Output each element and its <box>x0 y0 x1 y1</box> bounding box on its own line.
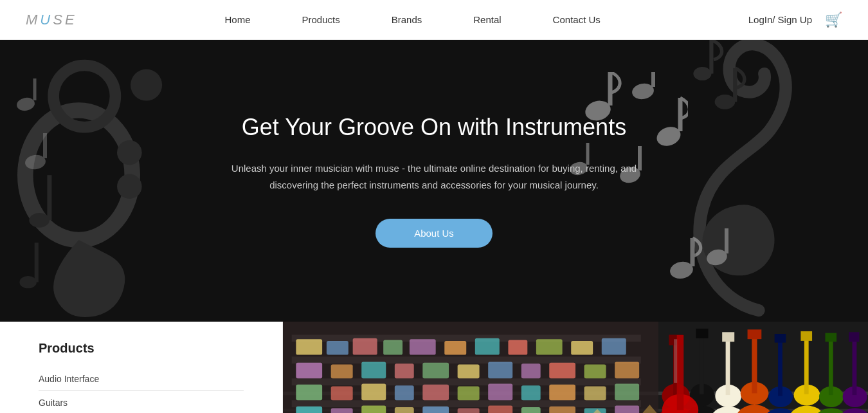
about-us-button[interactable]: About Us <box>375 219 493 248</box>
svg-rect-79 <box>353 338 377 355</box>
svg-rect-103 <box>422 385 449 400</box>
cart-icon[interactable]: 🛒 <box>825 12 842 28</box>
svg-rect-87 <box>602 338 626 355</box>
sidebar-item-guitars[interactable]: Guitars <box>39 391 244 413</box>
svg-rect-83 <box>475 338 500 355</box>
svg-rect-109 <box>615 383 639 400</box>
svg-rect-71 <box>677 335 684 410</box>
svg-point-29 <box>24 154 47 170</box>
svg-rect-120 <box>615 405 639 413</box>
svg-point-23 <box>669 260 694 280</box>
svg-point-2 <box>117 174 142 199</box>
navbar-right: LogIn/ Sign Up 🛒 <box>748 12 842 28</box>
svg-rect-113 <box>395 407 414 413</box>
svg-rect-82 <box>444 341 466 355</box>
svg-rect-94 <box>488 362 512 378</box>
notes-left-icon <box>13 78 51 207</box>
svg-rect-74 <box>292 356 641 363</box>
svg-rect-64 <box>825 333 836 342</box>
svg-point-7 <box>53 65 115 127</box>
svg-rect-96 <box>549 363 575 378</box>
svg-rect-116 <box>488 405 512 413</box>
svg-rect-118 <box>549 407 575 413</box>
svg-rect-60 <box>800 331 812 341</box>
treble-clef-icon <box>656 40 862 322</box>
svg-rect-93 <box>458 365 480 379</box>
guitars-display <box>283 322 868 413</box>
svg-rect-104 <box>458 387 480 401</box>
nav-rental[interactable]: Rental <box>473 14 501 25</box>
sidebar: Products Audio Interface Guitars <box>0 322 283 413</box>
svg-rect-102 <box>395 385 414 400</box>
svg-rect-56 <box>775 334 786 343</box>
svg-rect-106 <box>521 385 541 400</box>
svg-point-1 <box>117 140 142 165</box>
svg-rect-92 <box>422 363 449 378</box>
svg-rect-85 <box>536 339 563 354</box>
nav-brands[interactable]: Brands <box>392 14 422 25</box>
svg-rect-99 <box>296 385 322 400</box>
hero-title: Get Your Groove On with Instruments <box>209 114 659 141</box>
hero-banner: Get Your Groove On with Instruments Unle… <box>0 40 868 322</box>
svg-point-27 <box>15 96 35 113</box>
product-image-area <box>283 322 868 413</box>
svg-rect-90 <box>361 362 386 378</box>
svg-rect-81 <box>410 339 436 354</box>
svg-rect-97 <box>584 365 606 379</box>
login-button[interactable]: LogIn/ Sign Up <box>748 14 812 25</box>
svg-rect-111 <box>331 408 353 413</box>
svg-point-3 <box>29 213 50 228</box>
svg-rect-100 <box>331 387 353 401</box>
bottom-section: Products Audio Interface Guitars <box>0 322 868 413</box>
svg-rect-98 <box>615 362 639 378</box>
svg-rect-67 <box>853 336 857 395</box>
svg-rect-95 <box>521 363 541 378</box>
svg-rect-117 <box>521 407 541 413</box>
svg-rect-78 <box>327 341 348 355</box>
sidebar-title: Products <box>39 341 244 356</box>
nav-links: Home Products Brands Rental Contact Us <box>225 14 601 26</box>
notes-bottomright-icon <box>656 219 739 302</box>
svg-rect-75 <box>292 378 641 385</box>
svg-rect-47 <box>726 336 730 395</box>
svg-rect-86 <box>571 341 593 355</box>
svg-rect-110 <box>296 407 322 413</box>
svg-rect-76 <box>292 400 641 407</box>
bass-clef-icon <box>0 40 180 322</box>
svg-rect-101 <box>361 383 386 400</box>
brand-logo[interactable]: MUSE <box>26 12 77 28</box>
hero-content: Get Your Groove On with Instruments Unle… <box>209 114 659 248</box>
svg-rect-63 <box>829 337 833 395</box>
svg-point-9 <box>693 67 711 80</box>
svg-rect-115 <box>458 408 480 413</box>
svg-rect-91 <box>395 363 414 378</box>
svg-rect-77 <box>296 339 322 354</box>
svg-rect-48 <box>722 332 734 342</box>
svg-rect-80 <box>383 340 402 355</box>
navbar: MUSE Home Products Brands Rental Contact… <box>0 0 868 40</box>
svg-point-5 <box>20 276 37 288</box>
sidebar-item-audio-interface[interactable]: Audio Interface <box>39 367 244 391</box>
svg-point-8 <box>131 69 162 101</box>
svg-rect-68 <box>849 332 859 342</box>
svg-rect-55 <box>778 338 782 396</box>
svg-rect-73 <box>292 335 641 342</box>
nav-contact[interactable]: Contact Us <box>553 14 601 25</box>
svg-rect-89 <box>331 365 353 379</box>
svg-rect-105 <box>488 383 512 400</box>
svg-rect-88 <box>296 363 322 378</box>
svg-rect-59 <box>804 336 809 394</box>
nav-products[interactable]: Products <box>302 14 340 25</box>
svg-rect-51 <box>752 334 757 393</box>
svg-rect-114 <box>422 407 449 413</box>
svg-point-25 <box>705 247 728 267</box>
svg-point-15 <box>631 82 655 101</box>
hero-subtitle: Unleash your inner musician with muse - … <box>209 160 659 193</box>
svg-rect-44 <box>696 329 708 338</box>
svg-rect-108 <box>584 387 606 401</box>
svg-point-11 <box>715 95 736 109</box>
nav-home[interactable]: Home <box>225 14 251 25</box>
svg-rect-112 <box>361 405 386 413</box>
svg-point-0 <box>25 111 132 240</box>
svg-rect-84 <box>508 340 527 355</box>
